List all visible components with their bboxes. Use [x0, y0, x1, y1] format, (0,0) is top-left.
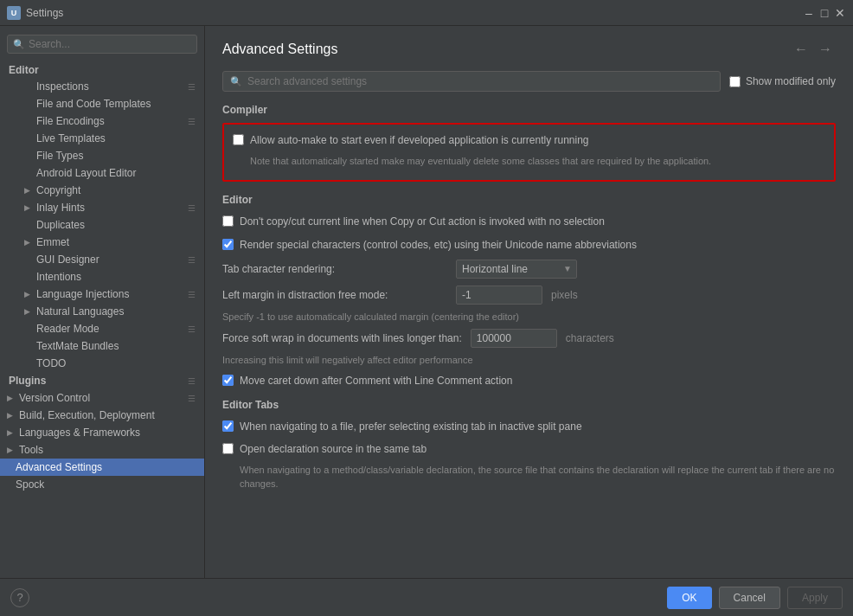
sidebar-item-android-layout-editor[interactable]: Android Layout Editor	[0, 164, 204, 182]
allow-auto-make-note: Note that automatically started make may…	[233, 155, 825, 168]
content-area: Advanced Settings ← → 🔍 Show modified on…	[205, 26, 853, 578]
close-button[interactable]: ✕	[834, 7, 846, 19]
sidebar-item-inspections[interactable]: Inspections ☰	[0, 78, 204, 95]
badge-icon: ☰	[188, 82, 196, 92]
force-soft-wrap-hint: Increasing this limit will negatively af…	[222, 355, 836, 365]
sidebar-item-inlay-hints[interactable]: ▶ Inlay Hints ☰	[0, 199, 204, 216]
dont-copy-cut-checkbox[interactable]	[222, 215, 234, 227]
expand-arrow-icon: ▶	[24, 238, 33, 247]
sidebar-item-label: Languages & Frameworks	[19, 427, 140, 439]
badge-icon: ☰	[188, 117, 196, 126]
content-search-box[interactable]: 🔍	[222, 71, 721, 92]
maximize-button[interactable]: □	[818, 7, 831, 19]
tab-rendering-select-wrapper: Horizontal line Arrow None ▼	[456, 260, 577, 279]
sidebar-item-label: Copyright	[36, 184, 80, 196]
badge-icon: ☰	[188, 394, 196, 403]
render-special-chars-checkbox[interactable]	[222, 239, 234, 250]
force-soft-wrap-label: Force soft wrap in documents with lines …	[222, 332, 462, 344]
show-modified-label[interactable]: Show modified only	[746, 75, 836, 87]
sidebar-search-icon: 🔍	[13, 39, 25, 50]
nav-arrows: ← →	[791, 40, 836, 59]
allow-auto-make-label[interactable]: Allow auto-make to start even if develop…	[250, 133, 589, 148]
sidebar-item-label: Version Control	[19, 392, 90, 404]
compiler-section-header: Compiler	[222, 104, 836, 116]
sidebar-search-box[interactable]: 🔍	[7, 35, 197, 54]
sidebar-item-spock[interactable]: Spock	[0, 476, 204, 493]
badge-icon: ☰	[188, 290, 196, 299]
editor-section-header: Editor	[222, 194, 836, 206]
open-declaration-checkbox[interactable]	[222, 443, 234, 454]
sidebar-item-label: Plugins	[9, 375, 46, 387]
sidebar-item-file-code-templates[interactable]: File and Code Templates	[0, 95, 204, 112]
sidebar-item-natural-languages[interactable]: ▶ Natural Languages	[0, 303, 204, 320]
sidebar-section-editor: Editor	[0, 59, 204, 78]
prefer-existing-tab-row: When navigating to a file, prefer select…	[222, 418, 836, 436]
sidebar-item-label: Natural Languages	[36, 305, 124, 318]
content-header: Advanced Settings ← →	[222, 40, 836, 59]
sidebar-item-language-injections[interactable]: ▶ Language Injections ☰	[0, 286, 204, 303]
badge-icon: ☰	[188, 324, 196, 334]
ok-button[interactable]: OK	[667, 587, 711, 609]
sidebar-item-live-templates[interactable]: Live Templates	[0, 130, 204, 147]
sidebar-item-textmate-bundles[interactable]: TextMate Bundles	[0, 337, 204, 355]
force-soft-wrap-input[interactable]	[471, 329, 557, 348]
content-search-input[interactable]	[247, 75, 713, 87]
sidebar-item-gui-designer[interactable]: GUI Designer ☰	[0, 251, 204, 268]
show-modified-row: Show modified only	[729, 75, 836, 87]
open-declaration-label[interactable]: Open declaration source in the same tab	[240, 442, 426, 457]
sidebar-item-label: GUI Designer	[36, 253, 99, 266]
sidebar-item-duplicates[interactable]: Duplicates	[0, 216, 204, 234]
move-caret-label[interactable]: Move caret down after Comment with Line …	[240, 374, 512, 388]
cancel-button[interactable]: Cancel	[719, 587, 780, 609]
sidebar-item-advanced-settings[interactable]: Advanced Settings	[0, 459, 204, 476]
sidebar-item-label: Build, Execution, Deployment	[19, 409, 155, 421]
window-title: Settings	[26, 7, 803, 19]
sidebar-item-intentions[interactable]: Intentions	[0, 268, 204, 286]
expand-arrow-icon: ▶	[7, 428, 16, 437]
force-soft-wrap-unit: characters	[566, 332, 614, 344]
sidebar: 🔍 Editor Inspections ☰ File and Code Tem…	[0, 26, 205, 578]
app-icon: U	[7, 6, 21, 20]
sidebar-item-label: Android Layout Editor	[36, 167, 136, 179]
move-caret-checkbox[interactable]	[222, 375, 234, 386]
sidebar-item-file-types[interactable]: File Types	[0, 147, 204, 164]
sidebar-item-label: Reader Mode	[36, 323, 99, 335]
apply-button[interactable]: Apply	[787, 587, 843, 609]
sidebar-item-build-execution[interactable]: ▶ Build, Execution, Deployment	[0, 407, 204, 424]
badge-icon: ☰	[188, 203, 196, 213]
bottom-right: OK Cancel Apply	[667, 587, 843, 609]
sidebar-item-label: Language Injections	[36, 288, 129, 300]
sidebar-item-label: Emmet	[36, 236, 69, 248]
tab-rendering-select[interactable]: Horizontal line Arrow None	[456, 260, 577, 279]
show-modified-checkbox[interactable]	[729, 76, 741, 87]
back-button[interactable]: ←	[791, 40, 811, 59]
prefer-existing-tab-checkbox[interactable]	[222, 420, 234, 432]
compiler-highlight-box: Allow auto-make to start even if develop…	[222, 123, 836, 182]
sidebar-item-emmet[interactable]: ▶ Emmet	[0, 234, 204, 251]
sidebar-search-input[interactable]	[29, 38, 191, 50]
force-soft-wrap-row: Force soft wrap in documents with lines …	[222, 329, 836, 348]
sidebar-item-plugins[interactable]: Plugins ☰	[0, 372, 204, 389]
left-margin-input[interactable]	[456, 286, 542, 305]
sidebar-item-label: File and Code Templates	[36, 98, 151, 110]
sidebar-item-label: Intentions	[36, 271, 81, 283]
sidebar-item-version-control[interactable]: ▶ Version Control ☰	[0, 389, 204, 407]
allow-auto-make-checkbox[interactable]	[233, 134, 244, 145]
forward-button[interactable]: →	[815, 40, 836, 59]
sidebar-item-file-encodings[interactable]: File Encodings ☰	[0, 112, 204, 130]
prefer-existing-tab-label[interactable]: When navigating to a file, prefer select…	[240, 420, 582, 434]
tab-rendering-label: Tab character rendering:	[222, 263, 447, 275]
render-special-chars-label[interactable]: Render special characters (control codes…	[240, 238, 637, 253]
sidebar-item-label: Advanced Settings	[16, 461, 102, 473]
dont-copy-cut-label[interactable]: Don't copy/cut current line when Copy or…	[240, 215, 605, 229]
help-button[interactable]: ?	[10, 588, 29, 607]
expand-arrow-icon: ▶	[7, 446, 16, 454]
minimize-button[interactable]: –	[803, 7, 815, 19]
sidebar-item-copyright[interactable]: ▶ Copyright	[0, 182, 204, 199]
sidebar-item-reader-mode[interactable]: Reader Mode ☰	[0, 320, 204, 337]
sidebar-item-tools[interactable]: ▶ Tools	[0, 441, 204, 459]
content-title: Advanced Settings	[222, 42, 337, 57]
badge-icon: ☰	[188, 255, 196, 265]
sidebar-item-languages-frameworks[interactable]: ▶ Languages & Frameworks	[0, 424, 204, 441]
sidebar-item-todo[interactable]: TODO	[0, 355, 204, 372]
